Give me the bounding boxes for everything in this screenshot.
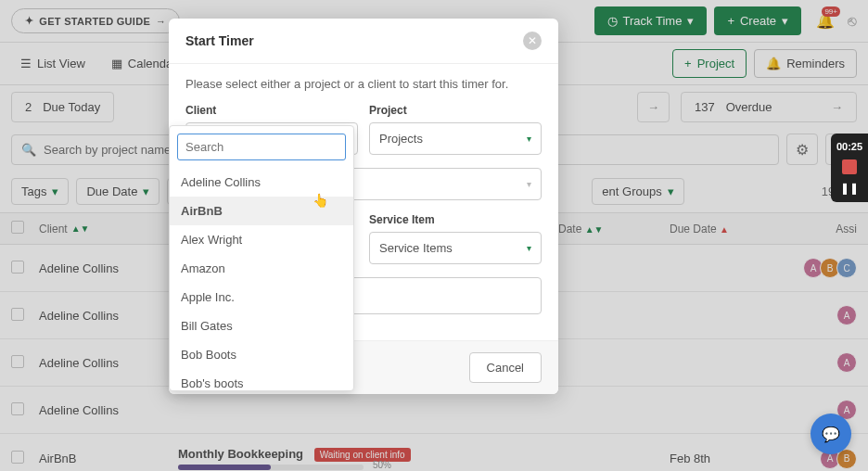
chat-icon: 💬 — [822, 426, 840, 443]
service-item-value: Service Items — [379, 241, 453, 255]
dropdown-item[interactable]: Apple Inc. — [170, 283, 353, 312]
client-label: Client — [185, 104, 358, 117]
project-value: Projects — [379, 132, 423, 146]
pause-icon[interactable]: ❚❚ — [840, 182, 859, 195]
dropdown-item[interactable]: Alex Wright — [170, 225, 353, 254]
client-dropdown: Adeline CollinsAirBnBAlex WrightAmazonAp… — [169, 125, 354, 391]
dropdown-list: Adeline CollinsAirBnBAlex WrightAmazonAp… — [170, 168, 353, 390]
modal-description: Please select either a project or a clie… — [185, 77, 542, 91]
chat-button[interactable]: 💬 — [811, 414, 851, 454]
service-item-label: Service Item — [369, 213, 542, 226]
timer-widget[interactable]: 00:25 ❚❚ — [831, 134, 868, 202]
cancel-button[interactable]: Cancel — [469, 352, 542, 383]
dropdown-item[interactable]: AirBnB — [170, 197, 353, 225]
project-select[interactable]: Projects ▾ — [369, 122, 542, 155]
dropdown-item[interactable]: Bill Gates — [170, 312, 353, 340]
dropdown-search-input[interactable] — [177, 134, 346, 160]
chevron-down-icon: ▾ — [527, 243, 531, 253]
dropdown-item[interactable]: Bob Boots — [170, 340, 353, 369]
stop-icon[interactable] — [842, 159, 857, 174]
chevron-down-icon: ▾ — [527, 134, 531, 144]
dropdown-item[interactable]: Amazon — [170, 254, 353, 283]
close-icon[interactable]: ✕ — [523, 32, 542, 50]
chevron-down-icon: ▾ — [527, 179, 531, 189]
modal-title: Start Timer — [185, 33, 254, 48]
dropdown-item[interactable]: Bob's boots — [170, 369, 353, 390]
project-label: Project — [369, 104, 542, 117]
modal-header: Start Timer ✕ — [169, 19, 558, 64]
service-item-select[interactable]: Service Items ▾ — [369, 232, 542, 264]
timer-time: 00:25 — [836, 141, 862, 152]
dropdown-item[interactable]: Adeline Collins — [170, 168, 353, 197]
